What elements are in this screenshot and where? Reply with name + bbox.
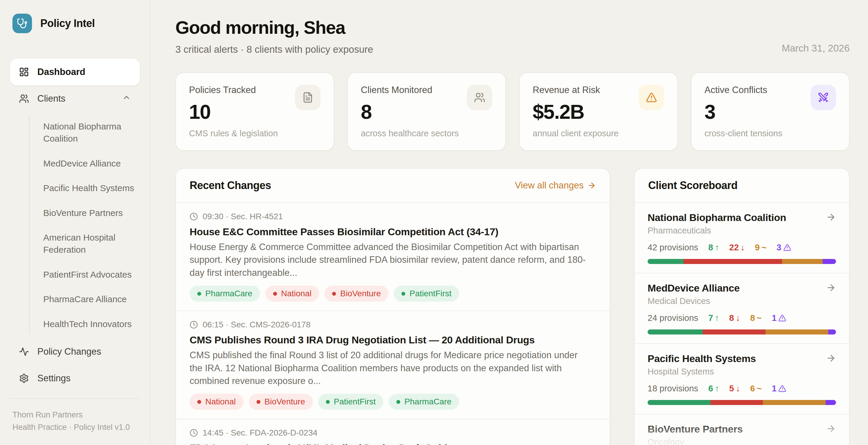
view-all-changes-link[interactable]: View all changes (515, 180, 596, 191)
stat-card: Active Conflicts 3 cross-client tensions (691, 72, 849, 151)
change-tags: PharmaCare National BioVenture PatientFi… (190, 286, 596, 301)
users-icon (467, 85, 492, 110)
change-meta: 14:45 · Sec. FDA-2026-D-0234 (190, 428, 596, 438)
client-tag[interactable]: BioVenture (249, 394, 313, 410)
client-tag[interactable]: National (266, 286, 319, 301)
stat-card: Policies Tracked 10 CMS rules & legislat… (175, 72, 334, 151)
brand: Policy Intel (10, 13, 140, 33)
sidebar-client-item[interactable]: Pacific Health Systems (43, 178, 140, 198)
sidebar-item-settings[interactable]: Settings (10, 365, 140, 392)
sidebar-item-dashboard[interactable]: Dashboard (10, 59, 140, 85)
client-tag[interactable]: PatientFirst (318, 394, 384, 410)
change-meta: 09:30 · Sec. HR-4521 (190, 212, 596, 221)
sidebar-footer: Thorn Run Partners Health Practice · Pol… (10, 398, 140, 434)
stat-down: 5↓ (730, 384, 740, 393)
change-item[interactable]: 14:45 · Sec. FDA-2026-D-0234 FDA Issues … (176, 419, 610, 445)
tag-dot-icon (273, 292, 277, 296)
arrow-down-icon: ↓ (736, 313, 740, 323)
chevron-up-icon (122, 93, 131, 104)
swords-icon (810, 85, 836, 110)
arrow-right-icon (826, 283, 836, 294)
stat-up: 7↑ (708, 313, 719, 323)
up-count: 7 (708, 313, 713, 323)
change-item[interactable]: 09:30 · Sec. HR-4521 House E&C Committee… (176, 203, 610, 311)
client-tag[interactable]: National (190, 394, 244, 410)
sidebar-item-policy-changes[interactable]: Policy Changes (10, 338, 140, 365)
tag-label: National (281, 289, 312, 298)
alert-count: 3 (776, 243, 781, 252)
arrow-right-icon (826, 353, 836, 364)
provisions-count: 18 provisions (648, 384, 698, 393)
scoreboard-entry[interactable]: National Biopharma Coalition Pharmaceuti… (634, 203, 849, 274)
page-subtitle: 3 critical alerts · 8 clients with polic… (175, 44, 373, 55)
provision-stacked-bar (648, 400, 836, 405)
warning-icon (639, 85, 664, 110)
sidebar: Policy Intel Dashboard Clients National … (0, 0, 151, 445)
tag-dot-icon (396, 400, 400, 404)
sidebar-client-item[interactable]: PatientFirst Advocates (43, 264, 140, 285)
tag-label: PatientFirst (409, 289, 452, 298)
client-tag[interactable]: BioVenture (324, 286, 389, 301)
arrow-right-icon (587, 181, 596, 190)
recent-changes-list: 09:30 · Sec. HR-4521 House E&C Committee… (176, 203, 610, 445)
arrow-right-icon (826, 212, 836, 223)
sidebar-client-item[interactable]: PharmaCare Alliance (43, 289, 140, 309)
sidebar-client-item[interactable]: National Biopharma Coalition (43, 116, 140, 149)
scoreboard-client-sector: Pharmaceuticals (648, 226, 836, 235)
stat-value: 3 (705, 100, 782, 123)
stat-card: Revenue at Risk $5.2B annual client expo… (519, 72, 678, 151)
activity-icon (19, 347, 29, 357)
stat-neutral: 9~ (755, 243, 766, 252)
stat-up: 6↑ (708, 384, 719, 393)
stethoscope-logo-icon (12, 13, 32, 33)
scoreboard-stats: 18 provisions 6↑ 5↓ 6~ 1 (648, 384, 836, 393)
tag-dot-icon (332, 292, 336, 296)
sidebar-client-item[interactable]: MedDevice Alliance (43, 153, 140, 173)
scoreboard-stats: 42 provisions 8↑ 22↓ 9~ 3 (648, 243, 836, 252)
sidebar-item-clients[interactable]: Clients (10, 85, 140, 112)
recent-changes-header: Recent Changes View all changes (176, 168, 610, 203)
stat-subtext: annual client exposure (533, 129, 619, 138)
client-tag[interactable]: PharmaCare (190, 286, 260, 301)
recent-changes-title: Recent Changes (190, 179, 271, 192)
scoreboard-entry[interactable]: BioVenture Partners Oncology 28 provisio… (634, 414, 849, 445)
client-name: Pacific Health Systems (43, 183, 134, 193)
tilde-icon: ~ (761, 243, 766, 252)
client-tag[interactable]: PatientFirst (394, 286, 459, 301)
stat-label: Active Conflicts (705, 85, 782, 95)
scoreboard-client-name: BioVenture Partners (648, 423, 743, 435)
change-title: House E&C Committee Passes Biosimilar Co… (190, 226, 596, 237)
scoreboard-entry[interactable]: MedDevice Alliance Medical Devices 24 pr… (634, 274, 849, 344)
arrow-right-icon (826, 424, 836, 435)
page-title: Good morning, Shea (175, 17, 373, 38)
sidebar-item-label: Policy Changes (37, 346, 101, 357)
provisions-count: 42 provisions (648, 243, 698, 252)
alert-count: 1 (772, 384, 776, 393)
sidebar-client-item[interactable]: BioVenture Partners (43, 203, 140, 223)
scoreboard-client-name: MedDevice Alliance (648, 282, 740, 294)
sidebar-client-item[interactable]: HealthTech Innovators (43, 314, 140, 334)
provisions-count: 24 provisions (648, 313, 698, 323)
sidebar-client-item[interactable]: American Hospital Federation (43, 227, 140, 260)
client-name: American Hospital Federation (43, 232, 115, 254)
arrow-up-icon: ↑ (715, 384, 719, 393)
provision-stacked-bar (648, 259, 836, 264)
client-tag[interactable]: PharmaCare (389, 394, 459, 410)
sidebar-item-label: Dashboard (37, 67, 85, 77)
client-name: National Biopharma Coalition (43, 122, 121, 144)
users-icon (19, 94, 29, 104)
stat-alert: 1 (772, 313, 786, 323)
arrow-down-icon: ↓ (736, 384, 740, 393)
client-name: PatientFirst Advocates (43, 269, 131, 279)
sidebar-item-label: Settings (37, 373, 70, 384)
scoreboard-client-sector: Hospital Systems (648, 367, 836, 377)
stat-label: Policies Tracked (189, 85, 278, 95)
scoreboard-client-sector: Oncology (648, 437, 836, 445)
tag-label: BioVenture (265, 397, 305, 407)
change-item[interactable]: 06:15 · Sec. CMS-2026-0178 CMS Publishes… (176, 311, 610, 419)
stat-card: Clients Monitored 8 across healthcare se… (347, 72, 506, 151)
warning-triangle-icon (778, 314, 786, 322)
scoreboard-entry[interactable]: Pacific Health Systems Hospital Systems … (634, 344, 849, 414)
gear-icon (19, 373, 29, 383)
content-row: Recent Changes View all changes 09:30 · … (175, 168, 849, 445)
